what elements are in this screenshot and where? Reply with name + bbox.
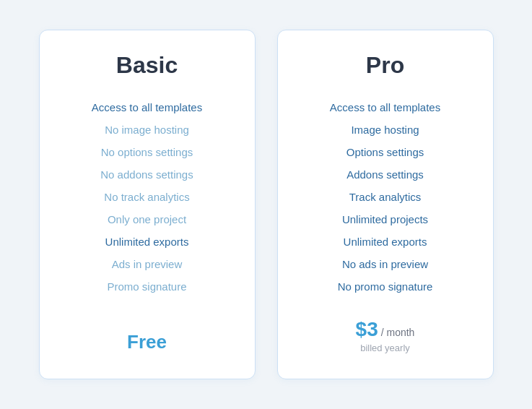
feature-item: No image hosting <box>69 119 226 141</box>
feature-item: Image hosting <box>307 119 464 141</box>
plan-card-basic: BasicAccess to all templatesNo image hos… <box>39 30 256 379</box>
plan-card-pro: ProAccess to all templatesImage hostingO… <box>277 30 494 379</box>
feature-item: Promo signature <box>69 275 226 298</box>
feature-item: No ads in preview <box>307 253 464 275</box>
price-paid-container: $3/ monthbilled yearly <box>356 318 415 353</box>
plan-price-basic: Free <box>127 331 167 353</box>
feature-item: Unlimited exports <box>307 231 464 253</box>
features-list-basic: Access to all templatesNo image hostingN… <box>69 96 226 298</box>
feature-item: Addons settings <box>307 163 464 186</box>
feature-item: Options settings <box>307 141 464 163</box>
price-amount-row: $3/ month <box>356 318 415 341</box>
features-list-pro: Access to all templatesImage hostingOpti… <box>307 96 464 298</box>
feature-item: No track analytics <box>69 186 226 208</box>
feature-item: No promo signature <box>307 275 464 298</box>
feature-item: Unlimited exports <box>69 231 226 253</box>
feature-item: No addons settings <box>69 163 226 186</box>
feature-item: Access to all templates <box>69 96 226 119</box>
feature-item: Track analytics <box>307 186 464 208</box>
price-billed-label: billed yearly <box>360 343 410 353</box>
feature-item: Ads in preview <box>69 253 226 275</box>
feature-item: Access to all templates <box>307 96 464 119</box>
feature-item: No options settings <box>69 141 226 163</box>
plan-title-pro: Pro <box>366 52 404 79</box>
plan-price-pro: $3/ monthbilled yearly <box>356 318 415 353</box>
price-amount: $3 <box>356 318 378 341</box>
plan-title-basic: Basic <box>116 52 178 79</box>
feature-item: Only one project <box>69 208 226 231</box>
feature-item: Unlimited projects <box>307 208 464 231</box>
price-per-month: / month <box>381 327 415 338</box>
pricing-container: BasicAccess to all templatesNo image hos… <box>17 8 515 401</box>
price-free-label: Free <box>127 331 167 353</box>
